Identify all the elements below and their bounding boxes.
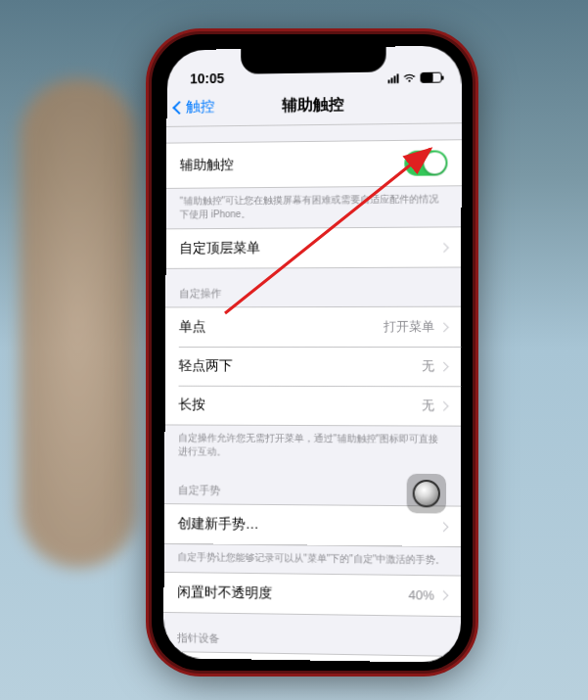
wifi-icon bbox=[403, 73, 417, 83]
row-label: 创建新手势… bbox=[178, 515, 259, 534]
status-time: 10:05 bbox=[190, 70, 224, 86]
row-label: 闲置时不透明度 bbox=[177, 583, 272, 602]
signal-icon bbox=[388, 73, 399, 83]
row-label: 轻点两下 bbox=[179, 357, 233, 375]
row-idle-opacity[interactable]: 闲置时不透明度 40% bbox=[163, 572, 461, 615]
row-long-press[interactable]: 长按 无 bbox=[165, 386, 462, 426]
status-right bbox=[388, 72, 442, 84]
row-label: 长按 bbox=[178, 397, 205, 414]
row-double-tap[interactable]: 轻点两下 无 bbox=[165, 347, 462, 386]
battery-icon bbox=[421, 72, 442, 83]
chevron-right-icon bbox=[439, 322, 449, 332]
group-footer: "辅助触控"可让您在触摸屏幕有困难或需要自适应配件的情况下使用 iPhone。 bbox=[166, 186, 462, 228]
background-hand bbox=[20, 78, 137, 568]
chevron-right-icon bbox=[439, 243, 449, 253]
assistive-touch-toggle[interactable] bbox=[404, 150, 447, 175]
chevron-right-icon bbox=[438, 522, 448, 532]
nav-back-button[interactable]: 触控 bbox=[174, 98, 214, 117]
chevron-left-icon bbox=[172, 101, 186, 115]
nav-title: 辅助触控 bbox=[282, 95, 343, 117]
settings-content: 辅助触控 "辅助触控"可让您在触摸屏幕有困难或需要自适应配件的情况下使用 iPh… bbox=[163, 123, 462, 663]
row-value: 40% bbox=[408, 587, 433, 603]
nav-bar: 触控 辅助触控 bbox=[166, 84, 461, 127]
row-label: 自定顶层菜单 bbox=[179, 240, 260, 257]
group-idle-opacity: 闲置时不透明度 40% bbox=[163, 571, 461, 616]
group-custom-actions: 单点 打开菜单 轻点两下 无 长按 无 bbox=[165, 306, 462, 427]
chevron-right-icon bbox=[438, 590, 448, 600]
row-label: 辅助触控 bbox=[180, 157, 234, 174]
row-value: 无 bbox=[422, 357, 434, 375]
row-single-tap[interactable]: 单点 打开菜单 bbox=[165, 307, 461, 347]
row-label: 单点 bbox=[179, 318, 206, 336]
phone-frame: 10:05 触控 辅助触控 辅助 bbox=[152, 34, 473, 671]
toggle-knob bbox=[424, 152, 445, 173]
group-assistive-touch: 辅助触控 bbox=[166, 139, 462, 189]
group-footer: 自定手势让您能够记录可以从"菜单"下的"自定"中激活的手势。 bbox=[164, 544, 462, 575]
nav-back-label: 触控 bbox=[186, 98, 214, 117]
group-custom-top-menu: 自定顶层菜单 bbox=[166, 226, 462, 269]
row-value: 打开菜单 bbox=[384, 318, 434, 336]
phone-screen: 10:05 触控 辅助触控 辅助 bbox=[163, 45, 462, 663]
assistive-touch-button[interactable] bbox=[407, 474, 446, 514]
assistive-touch-icon bbox=[413, 480, 440, 508]
group-footer: 自定操作允许您无需打开菜单，通过"辅助触控"图标即可直接进行互动。 bbox=[164, 425, 461, 467]
chevron-right-icon bbox=[439, 361, 449, 371]
group-header: 自定操作 bbox=[165, 267, 461, 306]
chevron-right-icon bbox=[439, 400, 449, 410]
group-header: 指针设备 bbox=[163, 612, 461, 655]
row-value: 无 bbox=[422, 397, 434, 414]
row-assistive-touch-toggle[interactable]: 辅助触控 bbox=[166, 140, 462, 188]
row-custom-top-menu[interactable]: 自定顶层菜单 bbox=[166, 227, 462, 268]
phone-notch bbox=[241, 47, 386, 74]
